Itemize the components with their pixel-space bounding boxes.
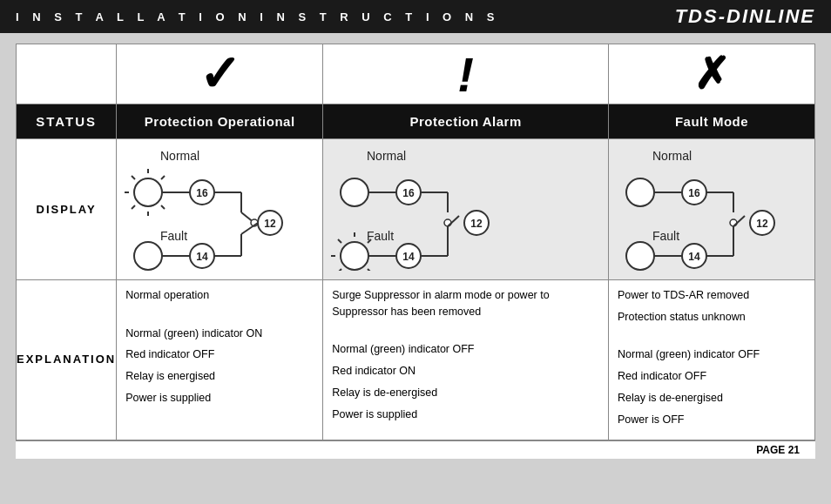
display-label: DISPLAY xyxy=(17,139,117,280)
svg-point-21 xyxy=(134,242,162,270)
svg-point-29 xyxy=(341,178,368,206)
corner-cell xyxy=(17,44,117,104)
exp3-line2: Protection status unknown xyxy=(618,309,806,326)
explanation-col3: Power to TDS-AR removed Protection statu… xyxy=(609,280,815,440)
status-header-row: STATUS Protection Operational Protection… xyxy=(17,104,815,139)
page-number: PAGE 21 xyxy=(16,440,815,459)
col2-header: Protection Alarm xyxy=(323,104,609,139)
svg-text:16: 16 xyxy=(197,187,209,199)
svg-text:12: 12 xyxy=(265,218,277,230)
svg-text:14: 14 xyxy=(197,251,209,263)
svg-line-27 xyxy=(241,223,258,234)
svg-line-49 xyxy=(338,269,341,271)
page-number-text: PAGE 21 xyxy=(756,444,800,456)
svg-text:Fault: Fault xyxy=(160,229,187,243)
svg-text:Normal: Normal xyxy=(160,149,199,163)
status-label: STATUS xyxy=(17,104,117,139)
page-wrapper: I N S T A L L A T I O N I N S T R U C T … xyxy=(0,0,831,504)
exp1-line5: Power is supplied xyxy=(125,390,314,407)
explanation-col2: Surge Suppressor in alarm mode or power … xyxy=(323,280,609,440)
svg-text:14: 14 xyxy=(403,251,416,263)
exp1-line2: Normal (green) indicator ON xyxy=(125,326,314,342)
svg-point-42 xyxy=(341,242,368,270)
check-icon-cell: ✓ xyxy=(117,44,323,104)
icon-row: ✓ ! ✗ xyxy=(17,44,815,104)
svg-line-47 xyxy=(368,269,371,271)
svg-text:12: 12 xyxy=(756,218,768,230)
header-brand: TDS-DINLINE xyxy=(675,5,815,28)
exp3-line6: Power is OFF xyxy=(618,412,806,428)
exp3-line4: Red indicator OFF xyxy=(618,368,806,385)
exp2-line4: Relay is de-energised xyxy=(332,385,599,401)
display-col1: Normal xyxy=(117,139,323,280)
svg-text:14: 14 xyxy=(688,251,700,263)
header-title: I N S T A L L A T I O N I N S T R U C T … xyxy=(16,10,500,24)
svg-text:Normal: Normal xyxy=(367,149,406,163)
exp3-line1: Power to TDS-AR removed xyxy=(618,287,806,304)
svg-text:12: 12 xyxy=(471,218,483,230)
exp3-line5: Relay is de-energised xyxy=(618,390,806,407)
exp2-line1: Surge Suppressor in alarm mode or power … xyxy=(332,287,599,320)
circuit-svg-3: Normal 16 12 xyxy=(616,144,807,271)
exp1-line1: Normal operation xyxy=(125,287,314,304)
exp2-line2: Normal (green) indicator OFF xyxy=(332,341,599,358)
display-col3: Normal 16 12 xyxy=(609,139,815,280)
display-col2: Normal 16 12 xyxy=(323,139,609,280)
svg-text:16: 16 xyxy=(688,187,700,199)
exp1-line3: Red indicator OFF xyxy=(125,346,314,363)
explanation-label: EXPLANATION xyxy=(17,280,117,440)
x-icon-cell: ✗ xyxy=(609,44,815,104)
exp2-line5: Power is supplied xyxy=(332,407,599,423)
circuit-svg-2: Normal 16 12 xyxy=(330,144,522,271)
content-area: ✓ ! ✗ STATUS Protection Operational Prot… xyxy=(0,33,831,504)
svg-point-67 xyxy=(626,242,654,270)
col1-header: Protection Operational xyxy=(117,104,323,139)
status-table: ✓ ! ✗ STATUS Protection Operational Prot… xyxy=(16,44,815,440)
svg-point-56 xyxy=(626,178,654,206)
explanation-col1: Normal operation Normal (green) indicato… xyxy=(117,280,323,440)
exp3-line3: Normal (green) indicator OFF xyxy=(618,346,806,363)
svg-line-8 xyxy=(161,176,165,179)
svg-line-46 xyxy=(338,239,341,243)
col3-header: Fault Mode xyxy=(609,104,815,139)
header: I N S T A L L A T I O N I N S T R U C T … xyxy=(0,0,831,33)
svg-text:16: 16 xyxy=(403,187,416,199)
svg-text:Fault: Fault xyxy=(652,229,679,243)
svg-point-1 xyxy=(134,178,162,206)
circuit-svg-1: Normal xyxy=(124,144,315,271)
svg-line-6 xyxy=(132,176,135,179)
svg-line-9 xyxy=(132,205,135,209)
exp2-line3: Red indicator ON xyxy=(332,363,599,380)
exp1-line4: Relay is energised xyxy=(125,368,314,385)
svg-text:Normal: Normal xyxy=(652,149,692,163)
explanation-row: EXPLANATION Normal operation Normal (gre… xyxy=(17,280,815,440)
svg-line-7 xyxy=(161,205,165,209)
display-row: DISPLAY Normal xyxy=(17,139,815,280)
exclaim-icon-cell: ! xyxy=(323,44,609,104)
